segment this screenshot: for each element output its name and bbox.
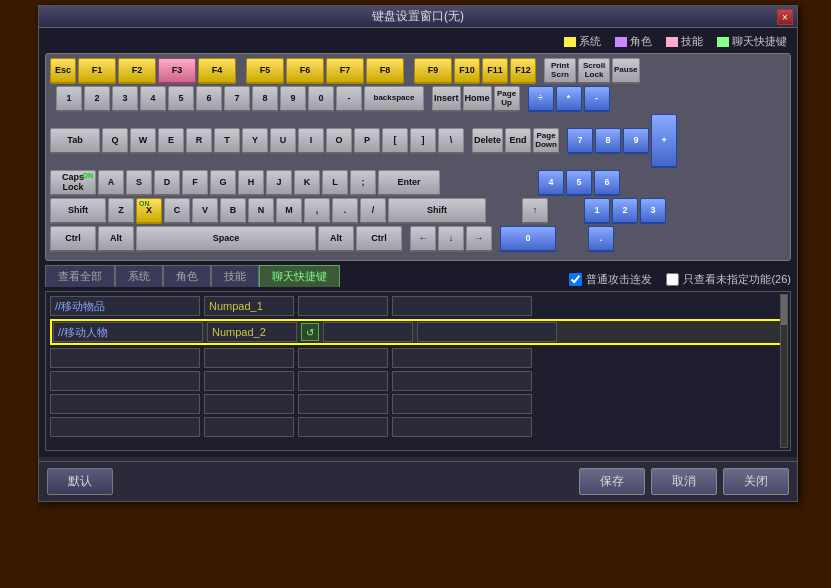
key-esc[interactable]: Esc [50,58,76,84]
tab-system[interactable]: 系统 [115,265,163,287]
tab-role[interactable]: 角色 [163,265,211,287]
key-num3[interactable]: 3 [640,198,666,224]
key-num0[interactable]: 0 [500,226,556,252]
key-period[interactable]: . [332,198,358,224]
key-end[interactable]: End [505,128,531,154]
key-f5[interactable]: F5 [246,58,284,84]
tab-view-all[interactable]: 查看全部 [45,265,115,287]
key-comma[interactable]: , [304,198,330,224]
key-7[interactable]: 7 [224,86,250,112]
key-m[interactable]: M [276,198,302,224]
key-shift-right[interactable]: Shift [388,198,486,224]
save-button[interactable]: 保存 [579,468,645,495]
key-num-minus[interactable]: - [584,86,610,112]
key-j[interactable]: J [266,170,292,196]
key-printscreen[interactable]: PrintScrn [544,58,576,84]
binding-scrollbar[interactable] [780,294,788,448]
key-f9[interactable]: F9 [414,58,452,84]
key-z[interactable]: Z [108,198,134,224]
key-f2[interactable]: F2 [118,58,156,84]
key-num8[interactable]: 8 [595,128,621,154]
key-pause[interactable]: Pause [612,58,640,84]
key-pagedown[interactable]: PageDown [533,128,559,154]
key-i[interactable]: I [298,128,324,154]
key-y[interactable]: Y [242,128,268,154]
key-pageup[interactable]: PageUp [494,86,520,112]
key-backslash[interactable]: \ [438,128,464,154]
key-shift-left[interactable]: Shift [50,198,106,224]
key-scrolllock[interactable]: ScrollLock [578,58,610,84]
key-o[interactable]: O [326,128,352,154]
key-num1[interactable]: 1 [584,198,610,224]
key-f8[interactable]: F8 [366,58,404,84]
key-d[interactable]: D [154,170,180,196]
key-r[interactable]: R [186,128,212,154]
key-slash[interactable]: / [360,198,386,224]
key-f12[interactable]: F12 [510,58,536,84]
key-5[interactable]: 5 [168,86,194,112]
key-e[interactable]: E [158,128,184,154]
key-rbracket[interactable]: ] [410,128,436,154]
key-l[interactable]: L [322,170,348,196]
key-f1[interactable]: F1 [78,58,116,84]
key-f[interactable]: F [182,170,208,196]
key-b[interactable]: B [220,198,246,224]
key-alt-left[interactable]: Alt [98,226,134,252]
tab-skill[interactable]: 技能 [211,265,259,287]
key-tab[interactable]: Tab [50,128,100,154]
key-f4[interactable]: F4 [198,58,236,84]
key-delete[interactable]: Delete [472,128,503,154]
key-t[interactable]: T [214,128,240,154]
key-s[interactable]: S [126,170,152,196]
key-w[interactable]: W [130,128,156,154]
key-p[interactable]: P [354,128,380,154]
key-lbracket[interactable]: [ [382,128,408,154]
key-backspace[interactable]: backspace [364,86,424,112]
key-8[interactable]: 8 [252,86,278,112]
close-button[interactable]: × [777,9,793,25]
key-g[interactable]: G [210,170,236,196]
default-button[interactable]: 默认 [47,468,113,495]
key-num4[interactable]: 4 [538,170,564,196]
key-num5[interactable]: 5 [566,170,592,196]
key-home[interactable]: Home [463,86,492,112]
key-f7[interactable]: F7 [326,58,364,84]
key-alt-right[interactable]: Alt [318,226,354,252]
key-enter[interactable]: Enter [378,170,440,196]
key-4[interactable]: 4 [140,86,166,112]
key-num-mul[interactable]: * [556,86,582,112]
unassigned-checkbox[interactable] [666,273,679,286]
key-num2[interactable]: 2 [612,198,638,224]
key-left[interactable]: ← [410,226,436,252]
key-f10[interactable]: F10 [454,58,480,84]
key-f3[interactable]: F3 [158,58,196,84]
key-ctrl-left[interactable]: Ctrl [50,226,96,252]
key-a[interactable]: A [98,170,124,196]
key-q[interactable]: Q [102,128,128,154]
key-c[interactable]: C [164,198,190,224]
key-num-div[interactable]: ÷ [528,86,554,112]
key-h[interactable]: H [238,170,264,196]
key-k[interactable]: K [294,170,320,196]
close-dialog-button[interactable]: 关闭 [723,468,789,495]
key-n[interactable]: N [248,198,274,224]
key-num6[interactable]: 6 [594,170,620,196]
key-space[interactable]: Space [136,226,316,252]
key-num-plus[interactable]: + [651,114,677,168]
key-num-del[interactable]: . [588,226,614,252]
key-insert[interactable]: Insert [432,86,461,112]
key-num7[interactable]: 7 [567,128,593,154]
binding-icon-1[interactable]: ↺ [301,323,319,341]
key-u[interactable]: U [270,128,296,154]
key-1[interactable]: 1 [56,86,82,112]
normal-attack-checkbox[interactable] [569,273,582,286]
key-minus[interactable]: - [336,86,362,112]
key-9[interactable]: 9 [280,86,306,112]
binding-row-1[interactable]: //移动人物 Numpad_2 ↺ [50,319,786,345]
key-right[interactable]: → [466,226,492,252]
key-semicolon[interactable]: ; [350,170,376,196]
key-x[interactable]: ON X [136,198,162,224]
key-2[interactable]: 2 [84,86,110,112]
key-num9[interactable]: 9 [623,128,649,154]
key-3[interactable]: 3 [112,86,138,112]
